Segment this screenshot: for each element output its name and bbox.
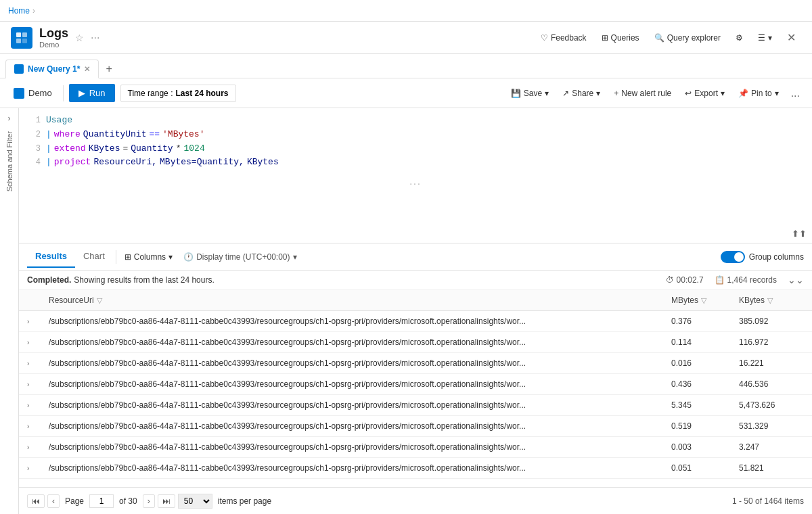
page-of-label: of 30 xyxy=(119,496,137,506)
query-explorer-button[interactable]: 🔍 Query explorer xyxy=(649,30,726,45)
feedback-button[interactable]: ♡ Feedback xyxy=(535,30,592,45)
editor-line-2: 2 | where QuantityUnit == 'MBytes' xyxy=(24,128,812,142)
pin-icon: 📌 xyxy=(738,89,748,98)
run-button[interactable]: ▶ Run xyxy=(69,84,115,102)
row-expand[interactable]: › xyxy=(19,416,41,437)
row-expand[interactable]: › xyxy=(19,332,41,353)
new-tab-button[interactable]: + xyxy=(100,60,117,78)
share-button[interactable]: ↗ Share ▾ xyxy=(557,85,606,101)
row-uri: /subscriptions/ebb79bc0-aa86-44a7-8111-c… xyxy=(41,416,663,437)
collapse-editor-button[interactable]: ⬆⬆ xyxy=(792,229,807,239)
status-time: ⏱ 00:02.7 xyxy=(666,275,704,285)
page-input[interactable] xyxy=(89,494,114,508)
table-row: › /subscriptions/ebb79bc0-aa86-44a7-8111… xyxy=(19,374,812,395)
table-row: › /subscriptions/ebb79bc0-aa86-44a7-8111… xyxy=(19,332,812,353)
last-page-button[interactable]: ⏭ xyxy=(158,494,175,508)
time-range-button[interactable]: Time range : Last 24 hours xyxy=(120,85,236,102)
columns-button[interactable]: ⊞ Columns ▾ xyxy=(119,250,178,264)
row-uri: /subscriptions/ebb79bc0-aa86-44a7-8111-c… xyxy=(41,458,663,479)
main-area: › Schema and Filter 1 Usage 2 | where Qu… xyxy=(0,108,812,514)
timer-icon: ⏱ xyxy=(666,275,674,285)
page-label: Page xyxy=(65,496,84,506)
pin-to-button[interactable]: 📌 Pin to ▾ xyxy=(733,85,784,101)
query-tab-active[interactable]: New Query 1* ✕ xyxy=(5,60,99,78)
breadcrumb-home[interactable]: Home xyxy=(8,6,30,16)
row-uri: /subscriptions/ebb79bc0-aa86-44a7-8111-c… xyxy=(41,374,663,395)
settings-button[interactable]: ⚙ xyxy=(730,30,748,45)
row-expand[interactable]: › xyxy=(19,437,41,458)
row-expand[interactable]: › xyxy=(19,374,41,395)
clock-icon: 🕐 xyxy=(183,252,194,262)
tab-logo-icon xyxy=(14,64,24,74)
tab-chart[interactable]: Chart xyxy=(75,246,113,268)
status-meta: ⏱ 00:02.7 📋 1,464 records ⌄⌄ xyxy=(666,275,804,285)
tab-bar: New Query 1* ✕ + xyxy=(0,54,812,78)
page-controls: ⏮ ‹ Page of 30 › ⏭ 50 100 200 items per … xyxy=(27,494,271,509)
status-completed: Completed. xyxy=(27,275,71,285)
queries-button[interactable]: ⊞ Queries xyxy=(596,30,645,45)
toggle-knob xyxy=(734,252,744,262)
row-uri: /subscriptions/ebb79bc0-aa86-44a7-8111-c… xyxy=(41,332,663,353)
row-uri: /subscriptions/ebb79bc0-aa86-44a7-8111-c… xyxy=(41,353,663,374)
new-alert-button[interactable]: + New alert rule xyxy=(608,85,677,101)
row-expand[interactable]: › xyxy=(19,395,41,416)
items-per-page-label: items per page xyxy=(218,496,271,506)
display-time-button[interactable]: 🕐 Display time (UTC+00:00) ▾ xyxy=(178,250,302,264)
app-header-right: ♡ Feedback ⊞ Queries 🔍 Query explorer ⚙ … xyxy=(535,28,801,47)
prev-page-button[interactable]: ‹ xyxy=(47,494,60,508)
row-kbytes: 3.247 xyxy=(731,437,812,458)
close-button[interactable]: ✕ xyxy=(782,28,801,47)
save-button[interactable]: 💾 Save ▾ xyxy=(505,85,554,101)
page-range-info: 1 - 50 of 1464 items xyxy=(732,496,804,506)
status-bar: Completed. Showing results from the last… xyxy=(19,271,812,290)
svg-rect-1 xyxy=(22,32,27,37)
row-expand[interactable]: › xyxy=(19,353,41,374)
row-expand[interactable]: › xyxy=(19,458,41,479)
col-mbytes: MBytes ▽ xyxy=(663,290,731,311)
query-editor[interactable]: 1 Usage 2 | where QuantityUnit == 'MByte… xyxy=(19,108,812,243)
resource-uri-filter-icon[interactable]: ▽ xyxy=(97,296,102,305)
favorite-icon[interactable]: ☆ xyxy=(75,32,84,43)
expand-results-button[interactable]: ⌄⌄ xyxy=(788,275,804,285)
tab-results[interactable]: Results xyxy=(27,246,75,268)
row-kbytes: 51.821 xyxy=(731,458,812,479)
app-logo xyxy=(11,27,32,49)
tab-close-icon[interactable]: ✕ xyxy=(84,65,90,74)
kbytes-filter-icon[interactable]: ▽ xyxy=(767,296,773,305)
editor-results: 1 Usage 2 | where QuantityUnit == 'MByte… xyxy=(19,108,812,514)
logs-logo-icon xyxy=(15,31,28,45)
table-row: › /subscriptions/ebb79bc0-aa86-44a7-8111… xyxy=(19,395,812,416)
top-nav: Home › xyxy=(0,0,812,22)
row-mbytes: 0.016 xyxy=(663,353,731,374)
table-header-row: ResourceUri ▽ MBytes ▽ xyxy=(19,290,812,311)
time-range-value: Last 24 hours xyxy=(175,89,228,98)
svg-rect-2 xyxy=(16,39,21,43)
app-header-left: Logs Demo ☆ ··· xyxy=(11,26,99,49)
toolbar-more-button[interactable]: ... xyxy=(787,85,804,102)
feedback-icon: ♡ xyxy=(541,33,548,43)
row-kbytes: 531.329 xyxy=(731,416,812,437)
more-options-icon[interactable]: ··· xyxy=(91,32,99,44)
mbytes-filter-icon[interactable]: ▽ xyxy=(701,296,706,305)
layout-button[interactable]: ☰ ▾ xyxy=(752,30,777,45)
app-header: Logs Demo ☆ ··· ♡ Feedback ⊞ Queries 🔍 Q… xyxy=(0,22,812,54)
row-mbytes: 0.003 xyxy=(663,437,731,458)
app-subtitle: Demo xyxy=(39,41,68,49)
editor-dots: ··· xyxy=(19,175,812,191)
share-icon: ↗ xyxy=(562,89,569,98)
pagination: ⏮ ‹ Page of 30 › ⏭ 50 100 200 items per … xyxy=(19,487,812,514)
settings-icon: ⚙ xyxy=(736,33,743,43)
editor-line-3: 3 | extend KBytes = Quantity * 1024 xyxy=(24,142,812,156)
svg-rect-0 xyxy=(16,32,21,37)
sidebar-toggle[interactable]: › Schema and Filter xyxy=(0,108,19,514)
per-page-select[interactable]: 50 100 200 xyxy=(178,494,212,509)
data-table: ResourceUri ▽ MBytes ▽ xyxy=(19,290,812,479)
row-expand[interactable]: › xyxy=(19,311,41,332)
table-row: › /subscriptions/ebb79bc0-aa86-44a7-8111… xyxy=(19,458,812,479)
app-title-block: Logs Demo xyxy=(39,26,68,49)
next-page-button[interactable]: › xyxy=(143,494,155,508)
export-button[interactable]: ↩ Export ▾ xyxy=(679,85,730,101)
group-columns-toggle: Group columns xyxy=(721,251,804,263)
group-columns-switch[interactable] xyxy=(721,251,745,263)
first-page-button[interactable]: ⏮ xyxy=(27,494,45,508)
